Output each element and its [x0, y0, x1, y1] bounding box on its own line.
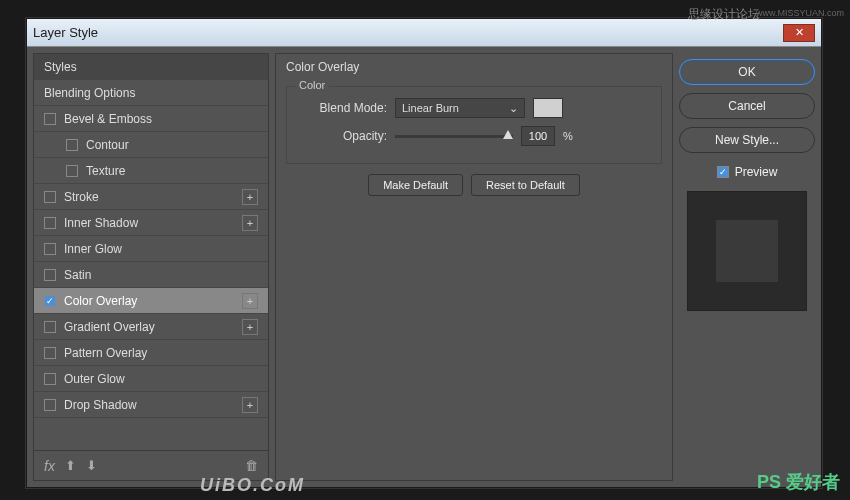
arrow-up-icon[interactable]: ⬆: [65, 458, 76, 473]
style-checkbox[interactable]: [44, 269, 56, 281]
arrow-down-icon[interactable]: ⬇: [86, 458, 97, 473]
trash-icon[interactable]: 🗑: [245, 458, 258, 473]
styles-header[interactable]: Styles: [34, 54, 268, 80]
ok-button[interactable]: OK: [679, 59, 815, 85]
blend-mode-value: Linear Burn: [402, 102, 459, 114]
style-row-pattern-overlay[interactable]: Pattern Overlay: [34, 340, 268, 366]
style-row-gradient-overlay[interactable]: Gradient Overlay+: [34, 314, 268, 340]
style-label: Contour: [86, 138, 129, 152]
make-default-button[interactable]: Make Default: [368, 174, 463, 196]
blend-mode-label: Blend Mode:: [297, 101, 387, 115]
style-checkbox[interactable]: [44, 295, 56, 307]
reset-default-button[interactable]: Reset to Default: [471, 174, 580, 196]
add-effect-icon[interactable]: +: [242, 293, 258, 309]
style-checkbox[interactable]: [44, 347, 56, 359]
watermark-uibo: UiBO.CoM: [200, 475, 305, 496]
style-row-stroke[interactable]: Stroke+: [34, 184, 268, 210]
style-label: Pattern Overlay: [64, 346, 147, 360]
style-label: Texture: [86, 164, 125, 178]
style-checkbox[interactable]: [66, 139, 78, 151]
style-label: Bevel & Emboss: [64, 112, 152, 126]
watermark-ps: PS 爱好者: [757, 470, 840, 494]
style-label: Color Overlay: [64, 294, 137, 308]
style-label: Outer Glow: [64, 372, 125, 386]
opacity-input[interactable]: [521, 126, 555, 146]
style-row-drop-shadow[interactable]: Drop Shadow+: [34, 392, 268, 418]
preview-swatch: [716, 220, 778, 282]
style-checkbox[interactable]: [66, 165, 78, 177]
percent-label: %: [563, 130, 573, 142]
add-effect-icon[interactable]: +: [242, 215, 258, 231]
style-checkbox[interactable]: [44, 399, 56, 411]
style-row-satin[interactable]: Satin: [34, 262, 268, 288]
dialog-title: Layer Style: [33, 25, 783, 40]
slider-thumb-icon[interactable]: [503, 130, 513, 139]
add-effect-icon[interactable]: +: [242, 319, 258, 335]
style-row-color-overlay[interactable]: Color Overlay+: [34, 288, 268, 314]
style-label: Stroke: [64, 190, 99, 204]
style-checkbox[interactable]: [44, 113, 56, 125]
blending-options-row[interactable]: Blending Options: [34, 80, 268, 106]
style-label: Inner Shadow: [64, 216, 138, 230]
watermark-url: www.MISSYUAN.com: [756, 8, 844, 18]
color-swatch[interactable]: [533, 98, 563, 118]
style-row-inner-glow[interactable]: Inner Glow: [34, 236, 268, 262]
blending-options-label: Blending Options: [44, 86, 135, 100]
titlebar[interactable]: Layer Style ✕: [27, 19, 821, 47]
opacity-label: Opacity:: [297, 129, 387, 143]
style-row-inner-shadow[interactable]: Inner Shadow+: [34, 210, 268, 236]
preview-label: Preview: [735, 165, 778, 179]
settings-panel: Color Overlay Color Blend Mode: Linear B…: [275, 53, 673, 481]
color-fieldset: Color Blend Mode: Linear Burn ⌄ Opacity:: [286, 86, 662, 164]
fieldset-label: Color: [295, 79, 329, 91]
style-checkbox[interactable]: [44, 373, 56, 385]
style-row-bevel-emboss[interactable]: Bevel & Emboss: [34, 106, 268, 132]
close-button[interactable]: ✕: [783, 24, 815, 42]
style-checkbox[interactable]: [44, 243, 56, 255]
style-label: Drop Shadow: [64, 398, 137, 412]
opacity-slider[interactable]: [395, 135, 513, 138]
panel-title: Color Overlay: [286, 60, 662, 74]
style-label: Satin: [64, 268, 91, 282]
preview-box: [687, 191, 807, 311]
style-checkbox[interactable]: [44, 217, 56, 229]
add-effect-icon[interactable]: +: [242, 397, 258, 413]
style-label: Inner Glow: [64, 242, 122, 256]
new-style-button[interactable]: New Style...: [679, 127, 815, 153]
action-panel: OK Cancel New Style... Preview: [679, 53, 815, 481]
style-row-texture[interactable]: Texture: [34, 158, 268, 184]
blend-mode-select[interactable]: Linear Burn ⌄: [395, 98, 525, 118]
add-effect-icon[interactable]: +: [242, 189, 258, 205]
watermark-forum: 思缘设计论坛: [688, 6, 760, 23]
style-checkbox[interactable]: [44, 191, 56, 203]
style-checkbox[interactable]: [44, 321, 56, 333]
style-row-outer-glow[interactable]: Outer Glow: [34, 366, 268, 392]
preview-checkbox[interactable]: [717, 166, 729, 178]
style-row-contour[interactable]: Contour: [34, 132, 268, 158]
fx-icon[interactable]: fx: [44, 458, 55, 474]
cancel-button[interactable]: Cancel: [679, 93, 815, 119]
chevron-down-icon: ⌄: [509, 102, 518, 115]
style-label: Gradient Overlay: [64, 320, 155, 334]
layer-style-dialog: Layer Style ✕ Styles Blending Options Be…: [26, 18, 822, 488]
styles-list-panel: Styles Blending Options Bevel & EmbossCo…: [33, 53, 269, 481]
